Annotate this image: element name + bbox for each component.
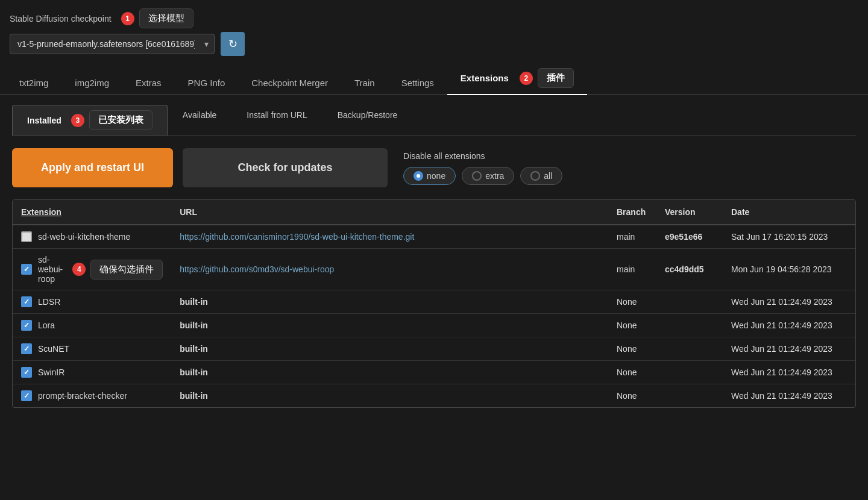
refresh-icon: ↻ xyxy=(228,37,237,51)
sub-tab-available[interactable]: Available xyxy=(168,105,232,136)
sub-tab-backup[interactable]: Backup/Restore xyxy=(322,105,413,136)
extension-cell: prompt-bracket-checker xyxy=(13,384,171,408)
tab-settings[interactable]: Settings xyxy=(388,72,447,95)
date-cell: Wed Jun 21 01:24:49 2023 xyxy=(723,361,855,384)
refresh-button[interactable]: ↻ xyxy=(221,32,245,56)
table-row: SwinIRbuilt-inNoneWed Jun 21 01:24:49 20… xyxy=(13,361,855,384)
date-cell: Wed Jun 21 01:24:49 2023 xyxy=(723,384,855,408)
branch-cell: None xyxy=(608,361,656,384)
annotation-badge-4: 4 xyxy=(72,263,86,276)
table-row: sd-webui-roop 4 确保勾选插件 https://github.co… xyxy=(13,249,855,290)
url-link[interactable]: https://github.com/s0md3v/sd-webui-roop xyxy=(180,264,334,274)
model-label-row: Stable Diffusion checkpoint 1 选择模型 xyxy=(10,8,245,28)
extension-name: SwinIR xyxy=(38,367,64,377)
tab-train[interactable]: Train xyxy=(341,72,388,95)
actions-row: Apply and restart UI Check for updates D… xyxy=(12,148,856,187)
model-select-row: v1-5-pruned-emaonly.safetensors [6ce0161… xyxy=(10,32,245,56)
date-cell: Wed Jun 21 01:24:49 2023 xyxy=(723,314,855,337)
tab-extensions[interactable]: Extensions 2 插件 xyxy=(447,62,587,95)
date-cell: Mon Jun 19 04:56:28 2023 xyxy=(723,249,855,290)
version-cell xyxy=(656,361,723,384)
extension-checkbox[interactable] xyxy=(21,367,32,378)
radio-extra[interactable]: extra xyxy=(462,167,514,185)
tab-png-info[interactable]: PNG Info xyxy=(175,72,239,95)
tabs-bar: txt2img img2img Extras PNG Info Checkpoi… xyxy=(0,62,868,95)
date-cell: Sat Jun 17 16:20:15 2023 xyxy=(723,225,855,249)
disable-label: Disable all extensions xyxy=(403,151,562,161)
extension-cell: SwinIR xyxy=(13,361,171,384)
url-cell: https://github.com/s0md3v/sd-webui-roop xyxy=(171,249,608,290)
sub-tab-install-url[interactable]: Install from URL xyxy=(231,105,322,136)
col-branch: Branch xyxy=(608,200,656,225)
disable-section: Disable all extensions none extra all xyxy=(403,151,562,185)
tab-checkpoint-merger[interactable]: Checkpoint Merger xyxy=(238,72,341,95)
extension-cell: sd-web-ui-kitchen-theme xyxy=(13,225,171,249)
col-date: Date xyxy=(723,200,855,225)
annotation-badge-1: 1 xyxy=(121,12,134,25)
model-section: Stable Diffusion checkpoint 1 选择模型 v1-5-… xyxy=(10,8,245,56)
extension-cell: ScuNET xyxy=(13,337,171,361)
ext-name-cell: sd-webui-roop 4 确保勾选插件 xyxy=(21,255,163,284)
model-annotation: 1 选择模型 xyxy=(121,8,193,28)
tab-img2img[interactable]: img2img xyxy=(61,72,122,95)
annotation-tooltip-3: 已安装列表 xyxy=(89,110,153,130)
tab-extras[interactable]: Extras xyxy=(122,72,175,95)
ext-name-cell: LDSR xyxy=(21,296,163,307)
extension-checkbox[interactable] xyxy=(21,231,32,242)
content-area: Installed 3 已安装列表 Available Install from… xyxy=(0,95,868,417)
version-cell xyxy=(656,384,723,408)
extension-name: sd-webui-roop xyxy=(38,255,63,284)
version-cell: e9e51e66 xyxy=(656,225,723,249)
annotation-badge-2: 2 xyxy=(520,72,533,85)
radio-all-label: all xyxy=(544,171,552,181)
url-value: built-in xyxy=(180,391,208,401)
extension-cell: LDSR xyxy=(13,290,171,314)
date-cell: Wed Jun 21 01:24:49 2023 xyxy=(723,290,855,314)
url-link[interactable]: https://github.com/canisminor1990/sd-web… xyxy=(180,232,414,242)
ext-name-cell: ScuNET xyxy=(21,343,163,354)
extension-checkbox[interactable] xyxy=(21,343,32,354)
extension-cell: sd-webui-roop 4 确保勾选插件 xyxy=(13,249,171,290)
installed-tab-annotation: 3 已安装列表 xyxy=(71,110,153,130)
ext-name-cell: sd-web-ui-kitchen-theme xyxy=(21,231,163,242)
extensions-table: Extension URL Branch Version Date sd-web… xyxy=(13,200,855,407)
col-url: URL xyxy=(171,200,608,225)
table-row: Lorabuilt-inNoneWed Jun 21 01:24:49 2023 xyxy=(13,314,855,337)
row-annotation-1: 4 确保勾选插件 xyxy=(72,260,163,280)
extension-checkbox[interactable] xyxy=(21,320,32,331)
url-cell: built-in xyxy=(171,361,608,384)
extensions-tab-annotation: 2 插件 xyxy=(520,68,574,88)
extension-name: sd-web-ui-kitchen-theme xyxy=(38,232,130,242)
col-version: Version xyxy=(656,200,723,225)
extension-name: LDSR xyxy=(38,297,60,307)
radio-none-dot xyxy=(414,171,423,181)
table-header-row: Extension URL Branch Version Date xyxy=(13,200,855,225)
branch-cell: main xyxy=(608,249,656,290)
radio-group: none extra all xyxy=(403,167,562,185)
extension-checkbox[interactable] xyxy=(21,296,32,307)
table-row: prompt-bracket-checkerbuilt-inNoneWed Ju… xyxy=(13,384,855,408)
url-cell: built-in xyxy=(171,337,608,361)
check-updates-button[interactable]: Check for updates xyxy=(183,148,388,187)
branch-cell: None xyxy=(608,314,656,337)
version-value: cc4d9dd5 xyxy=(665,264,704,274)
radio-none[interactable]: none xyxy=(403,167,456,185)
branch-cell: main xyxy=(608,225,656,249)
radio-all-dot xyxy=(530,171,540,181)
sub-tab-installed[interactable]: Installed 3 已安装列表 xyxy=(12,105,168,136)
sub-tabs-bar: Installed 3 已安装列表 Available Install from… xyxy=(12,105,856,136)
radio-all[interactable]: all xyxy=(520,167,562,185)
apply-restart-button[interactable]: Apply and restart UI xyxy=(12,148,173,187)
extension-checkbox[interactable] xyxy=(21,390,32,401)
version-cell xyxy=(656,314,723,337)
model-select[interactable]: v1-5-pruned-emaonly.safetensors [6ce0161… xyxy=(10,34,215,54)
extension-checkbox[interactable] xyxy=(21,264,32,275)
col-extension: Extension xyxy=(13,200,171,225)
annotation-badge-3: 3 xyxy=(71,114,84,127)
annotation-tooltip-2: 插件 xyxy=(538,68,574,88)
url-value: built-in xyxy=(180,297,208,307)
tab-txt2img[interactable]: txt2img xyxy=(6,72,61,95)
annotation-tooltip-1: 选择模型 xyxy=(139,8,193,28)
url-value: built-in xyxy=(180,320,208,330)
radio-extra-label: extra xyxy=(485,171,504,181)
